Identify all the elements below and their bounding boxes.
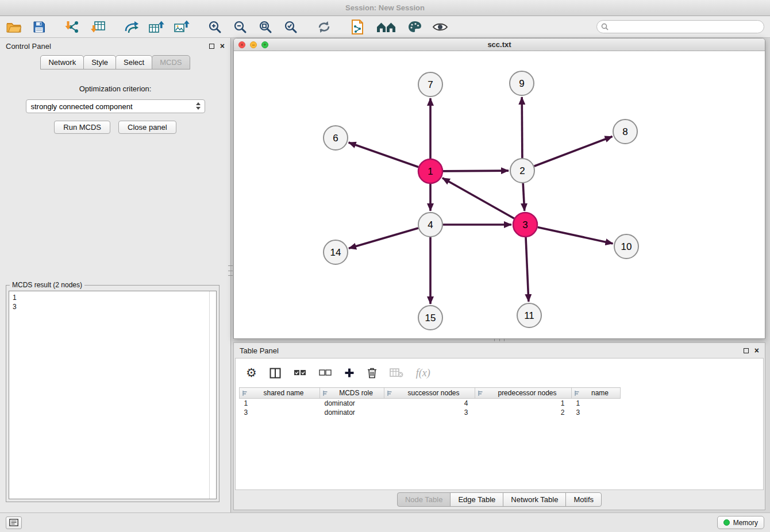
zoom-selected-button[interactable]: [283, 19, 299, 35]
graph-node-7[interactable]: 7: [418, 72, 442, 97]
open-session-button[interactable]: [6, 19, 22, 35]
apply-function-button[interactable]: f(x): [416, 365, 430, 381]
search-input[interactable]: [596, 20, 764, 33]
table-cell[interactable]: 1: [240, 399, 320, 408]
graph-edge-1-6[interactable]: [349, 142, 419, 167]
graph-edge-3-10[interactable]: [538, 228, 613, 244]
column-header-name[interactable]: name: [572, 388, 621, 399]
graph-edge-2-3[interactable]: [523, 183, 525, 211]
select-all-columns-button[interactable]: [294, 365, 306, 381]
graph-node-4[interactable]: 4: [418, 213, 442, 237]
window-minimize-icon[interactable]: –: [250, 41, 257, 48]
new-network-from-selection-button[interactable]: [349, 19, 365, 35]
delete-table-icon: [390, 368, 403, 378]
tab-select[interactable]: Select: [116, 55, 152, 70]
show-columns-button[interactable]: [270, 365, 281, 381]
result-item[interactable]: 1: [13, 293, 213, 302]
table-cell[interactable]: dominator: [320, 399, 384, 408]
save-session-button[interactable]: [31, 19, 47, 35]
window-close-icon[interactable]: ×: [238, 41, 245, 48]
import-network-button[interactable]: [64, 19, 80, 35]
float-panel-icon[interactable]: [209, 44, 214, 49]
network-graph[interactable]: 7968124314101511: [234, 51, 765, 338]
graph-edge-2-9[interactable]: [522, 97, 522, 158]
tab-edge-table[interactable]: Edge Table: [450, 492, 503, 507]
column-header-shared-name[interactable]: shared name: [240, 388, 320, 399]
tab-mcds[interactable]: MCDS: [152, 55, 190, 70]
refresh-button[interactable]: [316, 19, 332, 35]
unselect-all-columns-button[interactable]: [319, 365, 332, 381]
node-table-body: 1dominator4113dominator323: [240, 399, 621, 418]
graph-node-3[interactable]: 3: [513, 213, 537, 237]
memory-label: Memory: [733, 519, 758, 527]
table-row[interactable]: 3dominator323: [240, 408, 621, 417]
window-titlebar[interactable]: Session: New Session: [0, 0, 770, 16]
graph-edge-3-11[interactable]: [526, 237, 529, 302]
tab-network[interactable]: Network: [40, 55, 84, 70]
export-network-button[interactable]: [123, 19, 139, 35]
table-cell[interactable]: 3: [572, 408, 621, 417]
application-window: Session: New Session: [0, 0, 770, 532]
column-header-successor-nodes[interactable]: successor nodes: [384, 388, 475, 399]
node-table: shared nameMCDS rolesuccessor nodesprede…: [239, 387, 621, 417]
import-table-button[interactable]: [90, 19, 106, 35]
graph-node-11[interactable]: 11: [517, 303, 541, 327]
graph-edge-3-1[interactable]: [442, 178, 514, 218]
graph-node-8[interactable]: 8: [613, 119, 637, 144]
zoom-out-button[interactable]: [232, 19, 248, 35]
graph-edge-4-14[interactable]: [349, 228, 418, 248]
export-network-icon: [124, 20, 139, 34]
task-history-button[interactable]: [6, 516, 22, 529]
run-mcds-button[interactable]: Run MCDS: [54, 121, 110, 134]
graph-node-6[interactable]: 6: [324, 126, 348, 150]
column-header-MCDS-role[interactable]: MCDS role: [320, 388, 384, 399]
graph-node-15[interactable]: 15: [418, 306, 442, 330]
tab-motifs[interactable]: Motifs: [565, 492, 602, 507]
graph-node-2[interactable]: 2: [510, 159, 534, 183]
float-table-panel-icon[interactable]: [744, 348, 749, 353]
table-cell[interactable]: 2: [475, 408, 572, 417]
network-overview-button[interactable]: [375, 19, 398, 35]
delete-table-button[interactable]: [390, 365, 403, 381]
network-window-titlebar[interactable]: × – + scc.txt: [234, 38, 765, 51]
optimization-criterion-dropdown[interactable]: strongly connected component: [26, 99, 205, 113]
table-cell[interactable]: dominator: [320, 408, 384, 417]
table-cell[interactable]: 4: [384, 399, 475, 408]
zoom-in-button[interactable]: [207, 19, 223, 35]
add-column-button[interactable]: [344, 365, 355, 381]
table-settings-button[interactable]: ⚙: [246, 365, 257, 381]
table-cell[interactable]: 1: [475, 399, 572, 408]
close-panel-icon[interactable]: ×: [220, 43, 225, 49]
toggle-graphics-details-button[interactable]: [432, 19, 448, 35]
column-header-predecessor-nodes[interactable]: predecessor nodes: [475, 388, 572, 399]
window-zoom-icon[interactable]: +: [261, 41, 268, 48]
tab-node-table[interactable]: Node Table: [397, 492, 451, 507]
result-scrollbar-track[interactable]: [209, 291, 210, 499]
close-table-panel-icon[interactable]: ×: [754, 348, 759, 353]
zoom-fit-button[interactable]: [257, 19, 274, 35]
export-image-button[interactable]: [174, 19, 190, 35]
vertical-panel-resize-grip[interactable]: [228, 265, 233, 276]
graph-node-14[interactable]: 14: [324, 240, 348, 264]
graph-edge-1-2[interactable]: [443, 171, 509, 171]
graph-node-1[interactable]: 1: [418, 159, 442, 183]
main-toolbar: [0, 16, 770, 38]
graph-node-9[interactable]: 9: [510, 71, 534, 95]
table-row[interactable]: 1dominator411: [240, 399, 621, 408]
export-image-icon: [174, 20, 190, 34]
close-panel-button[interactable]: Close panel: [118, 121, 176, 134]
graph-node-10[interactable]: 10: [614, 234, 638, 259]
tab-style[interactable]: Style: [83, 55, 116, 70]
mcds-result-list[interactable]: 13: [9, 291, 217, 499]
delete-columns-button[interactable]: [367, 365, 377, 381]
graph-edge-2-8[interactable]: [534, 137, 613, 167]
style-paint-button[interactable]: [407, 19, 423, 35]
export-table-button[interactable]: [148, 19, 164, 35]
tab-network-table[interactable]: Network Table: [503, 492, 566, 507]
result-item[interactable]: 3: [13, 302, 213, 311]
table-cell[interactable]: 3: [384, 408, 475, 417]
table-cell[interactable]: 3: [240, 408, 320, 417]
memory-button[interactable]: Memory: [717, 516, 764, 529]
table-cell[interactable]: 1: [572, 399, 621, 408]
network-canvas[interactable]: 7968124314101511: [234, 51, 765, 338]
